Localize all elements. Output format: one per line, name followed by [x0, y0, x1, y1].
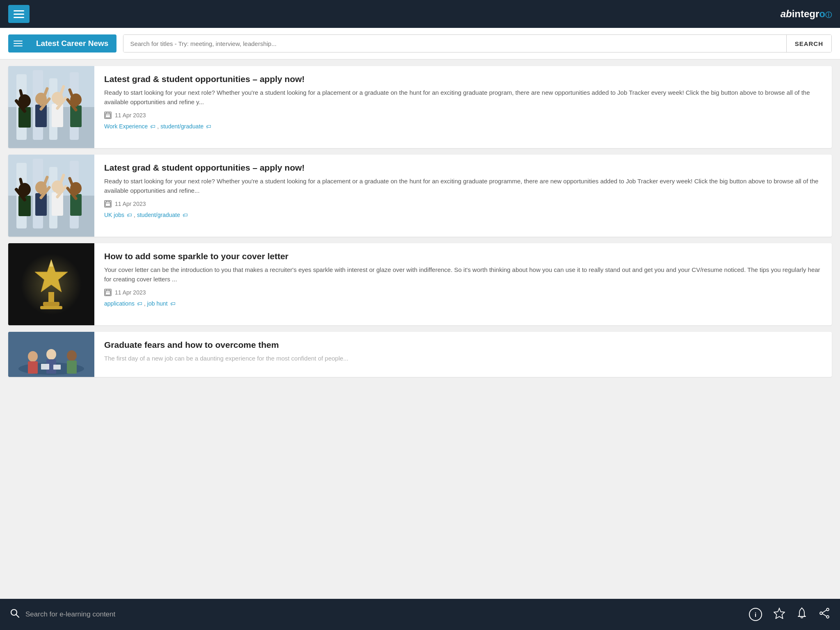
svg-rect-57: [105, 290, 110, 295]
calendar-icon: [104, 112, 112, 119]
article-body-3: How to add some sparkle to your cover le…: [94, 243, 832, 325]
section-menu-line-1: [14, 41, 23, 41]
tag-icon-3: 🏷: [127, 212, 132, 218]
article-date-text: 11 Apr 2023: [115, 112, 146, 119]
tag-link-uk-jobs[interactable]: UK jobs: [104, 212, 124, 218]
svg-rect-55: [48, 292, 54, 302]
hamburger-line-3: [14, 17, 24, 18]
article-body-2: Latest grad & student opportunities – ap…: [94, 155, 832, 237]
top-navigation: abintegroⓘ: [0, 0, 840, 28]
article-title-3: How to add some sparkle to your cover le…: [104, 251, 822, 261]
calendar-icon-3: [104, 289, 112, 296]
article-card: Latest grad & student opportunities – ap…: [8, 66, 832, 148]
hamburger-menu-button[interactable]: [8, 5, 30, 23]
logo-accent: o: [819, 8, 825, 19]
svg-rect-64: [28, 361, 38, 374]
logo-ab: ab: [781, 8, 792, 19]
graduates-image: [8, 66, 94, 148]
tag-icon-4: 🏷: [183, 212, 188, 218]
article-tags-2: UK jobs 🏷 , student/graduate 🏷: [104, 212, 822, 218]
svg-point-67: [67, 350, 77, 361]
svg-rect-22: [105, 113, 110, 118]
tag-icon-5: 🏷: [137, 301, 142, 307]
article-image: [8, 66, 94, 148]
article-date-text-3: 11 Apr 2023: [115, 289, 146, 296]
bottom-navigation: Search for e-learning content i: [0, 599, 840, 599]
tag-icon-1: 🏷: [150, 123, 155, 130]
search-input[interactable]: [123, 35, 786, 52]
tag-link-student-graduate[interactable]: student/graduate: [160, 123, 203, 130]
svg-rect-52: [43, 302, 59, 306]
article-excerpt-3: Your cover letter can be the introductio…: [104, 265, 822, 284]
svg-rect-53: [40, 306, 62, 309]
svg-point-63: [28, 351, 38, 362]
graduates-image-2: [8, 155, 94, 237]
svg-rect-68: [67, 361, 77, 374]
svg-rect-48: [105, 202, 110, 206]
tag-separator: ,: [157, 123, 159, 130]
article-excerpt: Ready to start looking for your next rol…: [104, 88, 822, 107]
article-tags-3: applications 🏷 , job hunt 🏷: [104, 300, 822, 307]
article-title-4: Graduate fears and how to overcome them: [104, 340, 822, 350]
tag-separator-3: ,: [144, 300, 146, 307]
article-date-3: 11 Apr 2023: [104, 289, 822, 296]
tag-link-work-experience[interactable]: Work Experience: [104, 123, 148, 130]
meeting-image: [8, 332, 94, 377]
svg-rect-69: [41, 364, 49, 370]
article-body-4: Graduate fears and how to overcome them …: [94, 332, 832, 377]
section-menu-line-3: [14, 46, 23, 46]
svg-rect-70: [53, 365, 61, 370]
search-button[interactable]: SEARCH: [786, 35, 831, 52]
article-tags: Work Experience 🏷 , student/graduate 🏷: [104, 123, 822, 130]
search-bar: SEARCH: [123, 34, 832, 52]
svg-marker-56: [49, 260, 53, 267]
tag-link-job-hunt[interactable]: job hunt: [147, 300, 168, 307]
article-excerpt-2: Ready to start looking for your next rol…: [104, 177, 822, 195]
tag-icon-6: 🏷: [170, 301, 176, 307]
section-title: Latest Career News: [28, 34, 116, 52]
article-title: Latest grad & student opportunities – ap…: [104, 74, 822, 84]
article-title-2: Latest grad & student opportunities – ap…: [104, 163, 822, 173]
article-body: Latest grad & student opportunities – ap…: [94, 66, 832, 148]
article-card-3: How to add some sparkle to your cover le…: [8, 243, 832, 325]
article-card-4: Graduate fears and how to overcome them …: [8, 332, 832, 377]
section-menu-button[interactable]: [8, 34, 28, 52]
article-card: Latest grad & student opportunities – ap…: [8, 155, 832, 237]
hamburger-line-1: [14, 10, 24, 11]
tag-icon-2: 🏷: [206, 123, 211, 130]
section-header: Latest Career News SEARCH: [0, 28, 840, 59]
star-image: [8, 243, 94, 325]
logo-symbol: ⓘ: [825, 11, 832, 18]
tag-link-student-graduate-2[interactable]: student/graduate: [137, 212, 180, 218]
tag-link-applications[interactable]: applications: [104, 300, 135, 307]
article-image-3: [8, 243, 94, 325]
article-date-text-2: 11 Apr 2023: [115, 201, 146, 207]
article-image-2: [8, 155, 94, 237]
logo-integro: integr: [792, 8, 819, 19]
calendar-icon-2: [104, 200, 112, 208]
article-excerpt-4: The first day of a new job can be a daun…: [104, 354, 822, 363]
section-menu-line-2: [14, 43, 23, 44]
article-date: 11 Apr 2023: [104, 112, 822, 119]
svg-point-65: [46, 349, 56, 360]
tag-separator-2: ,: [134, 212, 135, 218]
article-image-4: [8, 332, 94, 377]
main-content: Latest grad & student opportunities – ap…: [0, 59, 840, 599]
hamburger-line-2: [14, 14, 24, 15]
article-date-2: 11 Apr 2023: [104, 200, 822, 208]
app-logo: abintegroⓘ: [781, 8, 832, 20]
